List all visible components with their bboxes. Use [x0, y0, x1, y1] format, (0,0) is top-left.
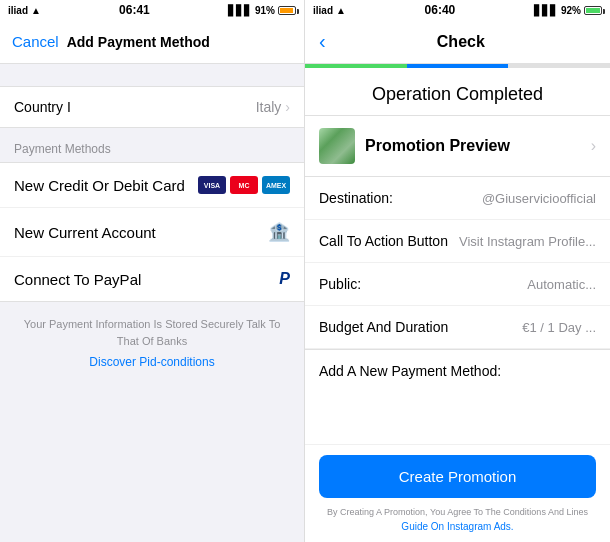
cta-value: Visit Instagram Profile... [459, 234, 596, 249]
country-row[interactable]: Country I Italy › [0, 86, 304, 128]
detail-row-cta[interactable]: Call To Action Button Visit Instagram Pr… [305, 220, 610, 263]
amex-icon: AMEX [262, 176, 290, 194]
right-status-left: iliad ▲ [313, 5, 346, 16]
list-item[interactable]: New Credit Or Debit Card VISA MC AMEX [0, 163, 304, 208]
right-signal-icon: ▋▋▋ [534, 5, 558, 16]
add-payment-row: Add A New Payment Method: [305, 349, 610, 392]
operation-completed-text: Operation Completed [305, 68, 610, 115]
left-status-bar: iliad ▲ 06:41 ▋▋▋ 91% [0, 0, 304, 20]
left-carrier: iliad [8, 5, 28, 16]
left-nav-header: Cancel Add Payment Method [0, 20, 304, 64]
right-battery-pct: 92% [561, 5, 581, 16]
right-carrier: iliad [313, 5, 333, 16]
bottom-section: Create Promotion By Creating A Promotion… [305, 444, 610, 543]
add-payment-label: Add A New Payment Method: [319, 363, 501, 379]
paypal-icon: P [279, 270, 290, 288]
destination-label: Destination: [319, 190, 482, 206]
destination-value: @Giuservicioofficial [482, 191, 596, 206]
detail-row-destination: Destination: @Giuservicioofficial [305, 177, 610, 220]
left-status-right: ▋▋▋ 91% [228, 5, 296, 16]
back-button[interactable]: ‹ [319, 30, 326, 53]
visa-icon: VISA [198, 176, 226, 194]
left-battery-pct: 91% [255, 5, 275, 16]
right-battery-icon [584, 6, 602, 15]
mastercard-icon: MC [230, 176, 258, 194]
create-promotion-button[interactable]: Create Promotion [319, 455, 596, 498]
payment-methods-list: New Credit Or Debit Card VISA MC AMEX Ne… [0, 162, 304, 302]
promotion-preview-row[interactable]: Promotion Preview › [305, 115, 610, 177]
right-panel: iliad ▲ 06:40 ▋▋▋ 92% ‹ Check Operation … [305, 0, 610, 542]
detail-row-budget[interactable]: Budget And Duration €1 / 1 Day ... [305, 306, 610, 349]
right-status-right: ▋▋▋ 92% [534, 5, 602, 16]
promo-label: Promotion Preview [365, 137, 591, 155]
guide-link[interactable]: Guide On Instagram Ads. [319, 521, 596, 532]
payment-methods-header: Payment Methods [0, 128, 304, 162]
paypal-label: Connect To PayPal [14, 271, 279, 288]
spacer [305, 392, 610, 444]
current-account-label: New Current Account [14, 224, 268, 241]
right-page-title: Check [326, 33, 596, 51]
cta-label: Call To Action Button [319, 233, 459, 249]
promo-chevron-icon: › [591, 137, 596, 155]
discover-link[interactable]: Discover Pid-conditions [0, 353, 304, 385]
card-icons: VISA MC AMEX [198, 176, 290, 194]
right-wifi-icon: ▲ [336, 5, 346, 16]
detail-row-public[interactable]: Public: Automatic... [305, 263, 610, 306]
promo-thumbnail [319, 128, 355, 164]
left-page-title: Add Payment Method [67, 34, 292, 50]
country-label: Country I [14, 99, 256, 115]
left-time: 06:41 [119, 3, 150, 17]
left-battery-icon [278, 6, 296, 15]
country-chevron-icon: › [285, 99, 290, 115]
left-wifi-icon: ▲ [31, 5, 41, 16]
detail-section: Destination: @Giuservicioofficial Call T… [305, 177, 610, 349]
list-item[interactable]: Connect To PayPal P [0, 257, 304, 301]
country-value: Italy [256, 99, 282, 115]
country-section-label [0, 64, 304, 86]
bank-icon: 🏦 [268, 221, 290, 243]
security-note: Your Payment Information Is Stored Secur… [0, 302, 304, 353]
public-label: Public: [319, 276, 527, 292]
right-nav-header: ‹ Check [305, 20, 610, 64]
budget-label: Budget And Duration [319, 319, 522, 335]
left-status-left: iliad ▲ [8, 5, 41, 16]
list-item[interactable]: New Current Account 🏦 [0, 208, 304, 257]
public-value: Automatic... [527, 277, 596, 292]
left-signal-icon: ▋▋▋ [228, 5, 252, 16]
left-panel: iliad ▲ 06:41 ▋▋▋ 91% Cancel Add Payment… [0, 0, 305, 542]
budget-value: €1 / 1 Day ... [522, 320, 596, 335]
credit-card-label: New Credit Or Debit Card [14, 177, 198, 194]
terms-text: By Creating A Promotion, You Agree To Th… [319, 506, 596, 520]
cancel-button[interactable]: Cancel [12, 33, 59, 50]
right-time: 06:40 [425, 3, 456, 17]
right-status-bar: iliad ▲ 06:40 ▋▋▋ 92% [305, 0, 610, 20]
